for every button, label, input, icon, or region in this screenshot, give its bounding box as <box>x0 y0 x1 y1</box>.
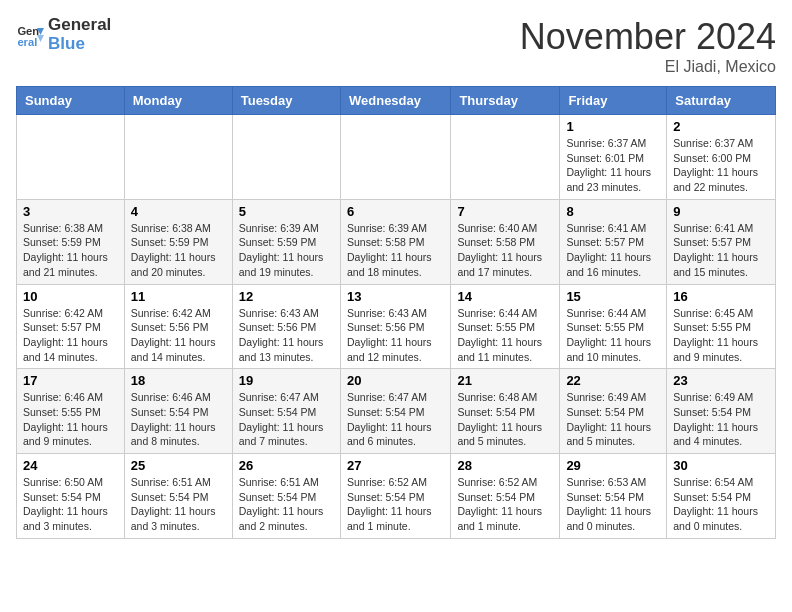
weekday-header-saturday: Saturday <box>667 87 776 115</box>
calendar-cell: 9Sunrise: 6:41 AMSunset: 5:57 PMDaylight… <box>667 199 776 284</box>
calendar-cell: 19Sunrise: 6:47 AMSunset: 5:54 PMDayligh… <box>232 369 340 454</box>
day-number: 19 <box>239 373 334 388</box>
calendar-cell: 11Sunrise: 6:42 AMSunset: 5:56 PMDayligh… <box>124 284 232 369</box>
calendar-cell: 21Sunrise: 6:48 AMSunset: 5:54 PMDayligh… <box>451 369 560 454</box>
calendar-cell: 3Sunrise: 6:38 AMSunset: 5:59 PMDaylight… <box>17 199 125 284</box>
day-number: 30 <box>673 458 769 473</box>
day-info: Sunrise: 6:47 AMSunset: 5:54 PMDaylight:… <box>347 390 444 449</box>
calendar-table: SundayMondayTuesdayWednesdayThursdayFrid… <box>16 86 776 539</box>
day-number: 6 <box>347 204 444 219</box>
day-number: 9 <box>673 204 769 219</box>
day-number: 12 <box>239 289 334 304</box>
day-number: 20 <box>347 373 444 388</box>
calendar-cell: 25Sunrise: 6:51 AMSunset: 5:54 PMDayligh… <box>124 454 232 539</box>
calendar-cell: 26Sunrise: 6:51 AMSunset: 5:54 PMDayligh… <box>232 454 340 539</box>
day-info: Sunrise: 6:48 AMSunset: 5:54 PMDaylight:… <box>457 390 553 449</box>
day-info: Sunrise: 6:46 AMSunset: 5:54 PMDaylight:… <box>131 390 226 449</box>
calendar-cell <box>340 115 450 200</box>
day-info: Sunrise: 6:47 AMSunset: 5:54 PMDaylight:… <box>239 390 334 449</box>
day-number: 10 <box>23 289 118 304</box>
day-info: Sunrise: 6:53 AMSunset: 5:54 PMDaylight:… <box>566 475 660 534</box>
weekday-header-thursday: Thursday <box>451 87 560 115</box>
calendar-cell: 12Sunrise: 6:43 AMSunset: 5:56 PMDayligh… <box>232 284 340 369</box>
logo: Gen eral General Blue <box>16 16 111 53</box>
calendar-cell: 1Sunrise: 6:37 AMSunset: 6:01 PMDaylight… <box>560 115 667 200</box>
weekday-header-sunday: Sunday <box>17 87 125 115</box>
day-info: Sunrise: 6:49 AMSunset: 5:54 PMDaylight:… <box>673 390 769 449</box>
day-info: Sunrise: 6:41 AMSunset: 5:57 PMDaylight:… <box>673 221 769 280</box>
day-number: 17 <box>23 373 118 388</box>
day-number: 8 <box>566 204 660 219</box>
calendar-cell: 13Sunrise: 6:43 AMSunset: 5:56 PMDayligh… <box>340 284 450 369</box>
day-number: 15 <box>566 289 660 304</box>
day-info: Sunrise: 6:40 AMSunset: 5:58 PMDaylight:… <box>457 221 553 280</box>
calendar-cell: 29Sunrise: 6:53 AMSunset: 5:54 PMDayligh… <box>560 454 667 539</box>
calendar-cell: 15Sunrise: 6:44 AMSunset: 5:55 PMDayligh… <box>560 284 667 369</box>
day-number: 3 <box>23 204 118 219</box>
day-number: 21 <box>457 373 553 388</box>
calendar-cell: 20Sunrise: 6:47 AMSunset: 5:54 PMDayligh… <box>340 369 450 454</box>
svg-text:eral: eral <box>17 36 37 48</box>
day-number: 11 <box>131 289 226 304</box>
location-title: El Jiadi, Mexico <box>520 58 776 76</box>
weekday-header-row: SundayMondayTuesdayWednesdayThursdayFrid… <box>17 87 776 115</box>
week-row-4: 17Sunrise: 6:46 AMSunset: 5:55 PMDayligh… <box>17 369 776 454</box>
weekday-header-tuesday: Tuesday <box>232 87 340 115</box>
day-info: Sunrise: 6:49 AMSunset: 5:54 PMDaylight:… <box>566 390 660 449</box>
calendar-cell: 30Sunrise: 6:54 AMSunset: 5:54 PMDayligh… <box>667 454 776 539</box>
weekday-header-wednesday: Wednesday <box>340 87 450 115</box>
header: Gen eral General Blue November 2024 El J… <box>16 16 776 76</box>
day-number: 5 <box>239 204 334 219</box>
month-title: November 2024 <box>520 16 776 58</box>
title-area: November 2024 El Jiadi, Mexico <box>520 16 776 76</box>
calendar-cell: 28Sunrise: 6:52 AMSunset: 5:54 PMDayligh… <box>451 454 560 539</box>
calendar-cell: 22Sunrise: 6:49 AMSunset: 5:54 PMDayligh… <box>560 369 667 454</box>
day-number: 28 <box>457 458 553 473</box>
day-number: 23 <box>673 373 769 388</box>
calendar-cell: 24Sunrise: 6:50 AMSunset: 5:54 PMDayligh… <box>17 454 125 539</box>
day-info: Sunrise: 6:42 AMSunset: 5:57 PMDaylight:… <box>23 306 118 365</box>
calendar-cell: 23Sunrise: 6:49 AMSunset: 5:54 PMDayligh… <box>667 369 776 454</box>
calendar-cell <box>451 115 560 200</box>
day-info: Sunrise: 6:44 AMSunset: 5:55 PMDaylight:… <box>457 306 553 365</box>
calendar-cell: 7Sunrise: 6:40 AMSunset: 5:58 PMDaylight… <box>451 199 560 284</box>
calendar-cell: 18Sunrise: 6:46 AMSunset: 5:54 PMDayligh… <box>124 369 232 454</box>
day-number: 14 <box>457 289 553 304</box>
calendar-cell: 14Sunrise: 6:44 AMSunset: 5:55 PMDayligh… <box>451 284 560 369</box>
calendar-cell: 2Sunrise: 6:37 AMSunset: 6:00 PMDaylight… <box>667 115 776 200</box>
day-info: Sunrise: 6:41 AMSunset: 5:57 PMDaylight:… <box>566 221 660 280</box>
day-number: 18 <box>131 373 226 388</box>
day-number: 25 <box>131 458 226 473</box>
day-number: 26 <box>239 458 334 473</box>
weekday-header-monday: Monday <box>124 87 232 115</box>
day-info: Sunrise: 6:51 AMSunset: 5:54 PMDaylight:… <box>239 475 334 534</box>
day-info: Sunrise: 6:38 AMSunset: 5:59 PMDaylight:… <box>131 221 226 280</box>
week-row-2: 3Sunrise: 6:38 AMSunset: 5:59 PMDaylight… <box>17 199 776 284</box>
logo-text-line1: General <box>48 16 111 35</box>
day-number: 7 <box>457 204 553 219</box>
day-info: Sunrise: 6:42 AMSunset: 5:56 PMDaylight:… <box>131 306 226 365</box>
day-info: Sunrise: 6:43 AMSunset: 5:56 PMDaylight:… <box>239 306 334 365</box>
calendar-cell <box>17 115 125 200</box>
day-info: Sunrise: 6:37 AMSunset: 6:00 PMDaylight:… <box>673 136 769 195</box>
day-number: 29 <box>566 458 660 473</box>
svg-text:Gen: Gen <box>17 25 39 37</box>
week-row-1: 1Sunrise: 6:37 AMSunset: 6:01 PMDaylight… <box>17 115 776 200</box>
day-info: Sunrise: 6:45 AMSunset: 5:55 PMDaylight:… <box>673 306 769 365</box>
calendar-cell: 6Sunrise: 6:39 AMSunset: 5:58 PMDaylight… <box>340 199 450 284</box>
calendar-cell: 17Sunrise: 6:46 AMSunset: 5:55 PMDayligh… <box>17 369 125 454</box>
day-info: Sunrise: 6:46 AMSunset: 5:55 PMDaylight:… <box>23 390 118 449</box>
day-info: Sunrise: 6:39 AMSunset: 5:59 PMDaylight:… <box>239 221 334 280</box>
week-row-3: 10Sunrise: 6:42 AMSunset: 5:57 PMDayligh… <box>17 284 776 369</box>
logo-text-line2: Blue <box>48 35 111 54</box>
day-info: Sunrise: 6:52 AMSunset: 5:54 PMDaylight:… <box>347 475 444 534</box>
day-number: 2 <box>673 119 769 134</box>
day-info: Sunrise: 6:52 AMSunset: 5:54 PMDaylight:… <box>457 475 553 534</box>
calendar-cell <box>232 115 340 200</box>
day-info: Sunrise: 6:54 AMSunset: 5:54 PMDaylight:… <box>673 475 769 534</box>
day-info: Sunrise: 6:51 AMSunset: 5:54 PMDaylight:… <box>131 475 226 534</box>
day-number: 16 <box>673 289 769 304</box>
day-info: Sunrise: 6:38 AMSunset: 5:59 PMDaylight:… <box>23 221 118 280</box>
day-info: Sunrise: 6:44 AMSunset: 5:55 PMDaylight:… <box>566 306 660 365</box>
logo-icon: Gen eral <box>16 21 44 49</box>
